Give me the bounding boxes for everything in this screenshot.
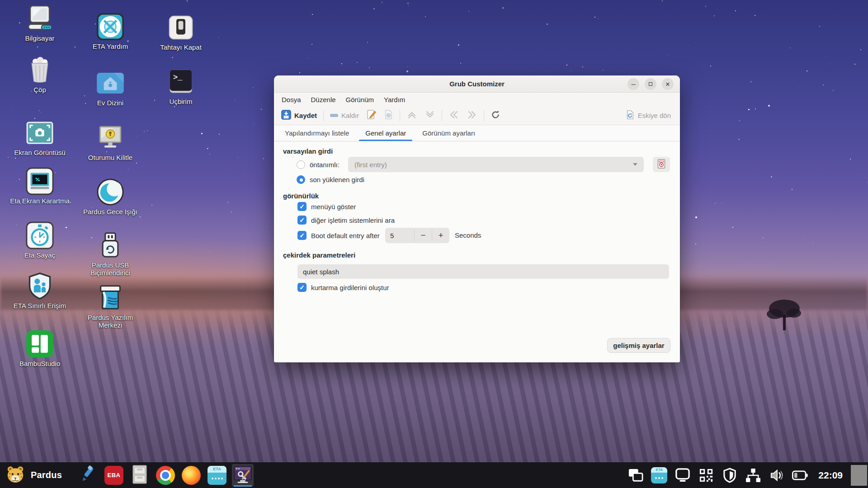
other-os-row: ✓ diğer işletim sistemlerini ara — [297, 215, 395, 225]
boot-default-label: Boot default entry after — [311, 232, 380, 239]
taskbar-app-pen[interactable] — [77, 464, 99, 487]
parental-shield-icon — [26, 272, 54, 300]
tab-general-settings[interactable]: Genel ayarlar — [357, 126, 414, 141]
move-right-button[interactable] — [463, 107, 481, 124]
menu-help[interactable]: Yardım — [379, 94, 410, 105]
pardus-menu-label: Pardus — [31, 470, 62, 480]
show-desktop-button[interactable] — [851, 465, 867, 486]
save-button[interactable]: Kaydet — [278, 108, 321, 124]
tray-volume-icon[interactable] — [767, 464, 787, 487]
other-os-checkbox[interactable]: ✓ — [297, 216, 307, 225]
menu-view[interactable]: Görünüm — [341, 94, 379, 105]
advanced-settings-button[interactable]: gelişmiş ayarlar — [607, 338, 670, 353]
desktop-icon-eta-yardim[interactable]: ETA Yardım — [76, 13, 144, 51]
toolbar-separator — [400, 110, 400, 121]
menu-edit[interactable]: Düzenle — [306, 94, 341, 105]
timeout-increment-button[interactable]: + — [432, 228, 449, 243]
taskbar-app-eba[interactable]: EBA — [103, 464, 125, 487]
move-left-button[interactable] — [445, 107, 463, 124]
menu-file[interactable]: Dosya — [277, 94, 306, 105]
desktop-icon-cop[interactable]: Çöp — [6, 56, 74, 94]
desktop-icon-tahtayi-kapat[interactable]: Tahtayı Kapat — [147, 14, 215, 52]
tray-windows-icon[interactable] — [626, 464, 646, 487]
general-settings-panel: varsayılan girdi öntanımlı: (first entry… — [274, 142, 680, 362]
desktop-icon-oturumu-kilitle[interactable]: Oturumu Kilitle — [76, 124, 144, 162]
tray-shield-icon[interactable] — [720, 464, 740, 487]
reload-button[interactable] — [487, 108, 504, 124]
last-booted-radio[interactable] — [297, 175, 305, 184]
system-tray: ETA — [626, 464, 868, 487]
software-center-icon — [96, 284, 124, 312]
pardus-menu-button[interactable]: Pardus — [5, 463, 66, 488]
desktop-icon-label: Ev Dizini — [97, 99, 123, 107]
edit-pencil-icon — [366, 109, 377, 122]
tray-display-icon[interactable] — [673, 464, 693, 487]
boot-default-checkbox[interactable]: ✓ — [297, 231, 307, 240]
desktop-icon-ev-dizini[interactable]: Ev Dizini — [76, 69, 144, 107]
remove-label: Kaldır — [341, 112, 359, 119]
taskbar-app-grub-customizer[interactable] — [232, 464, 254, 487]
desktop-icon-label: Eta Ekran Karartma — [10, 197, 70, 205]
tab-bar: Yapılandırmayı listele Genel ayarlar Gör… — [274, 125, 680, 141]
timeout-value[interactable]: 5 — [385, 228, 414, 243]
minimize-button[interactable]: ─ — [627, 78, 639, 90]
desktop-icon-bambustudio[interactable]: BambuStudio — [6, 330, 74, 368]
tray-qr-icon[interactable] — [696, 464, 716, 487]
tray-clock[interactable]: 22:09 — [814, 470, 847, 481]
taskbar-app-eta[interactable]: ETA — [206, 464, 228, 487]
pardus-logo-icon — [5, 465, 25, 486]
bambustudio-icon — [26, 330, 54, 358]
maximize-button[interactable] — [645, 78, 656, 90]
tab-list-configuration[interactable]: Yapılandırmayı listele — [277, 126, 357, 141]
new-entry-button[interactable] — [380, 107, 397, 124]
desktop: Bilgisayar Çöp Ekran Görüntüsü Eta Ekran… — [0, 0, 868, 488]
remove-button[interactable]: Kaldır — [326, 109, 363, 122]
desktop-icon-ucbirim[interactable]: >_ Uçbirim — [147, 68, 215, 106]
remove-icon — [330, 114, 338, 117]
desktop-icon-label: Pardus Yazılım Merkezi — [80, 314, 140, 329]
rename-button[interactable] — [363, 107, 380, 124]
lock-session-icon — [96, 124, 124, 152]
other-os-label: diğer işletim sistemlerini ara — [311, 216, 395, 224]
titlebar[interactable]: Grub Customizer ─ ✕ — [274, 75, 680, 93]
close-button[interactable]: ✕ — [662, 78, 674, 90]
desktop-icon-eta-ekran-karartma[interactable]: Eta Ekran Karartma — [6, 167, 74, 205]
board-switch-icon — [167, 14, 195, 42]
kernel-params-input[interactable] — [297, 264, 669, 279]
timeout-decrement-button[interactable]: − — [415, 228, 432, 243]
desktop-icon-eta-sayac[interactable]: Eta Sayaç — [6, 221, 74, 259]
revert-label: Eskiye dön — [638, 112, 671, 119]
desktop-icon-label: ETA Yardım — [93, 43, 128, 51]
desktop-icon-label: Uçbirim — [170, 98, 193, 106]
desktop-icon-label: Tahtayı Kapat — [160, 44, 202, 52]
tab-appearance-settings[interactable]: Görünüm ayarları — [414, 126, 483, 141]
taskbar-app-chrome[interactable] — [155, 464, 176, 487]
default-entry-heading: varsayılan girdi — [283, 147, 333, 155]
desktop-icon-pardus-usb[interactable]: Pardus USB Biçimlendirici — [76, 231, 144, 277]
recovery-label: kurtarma girdilerini oluştur — [311, 284, 389, 291]
double-chevron-left-icon — [448, 109, 459, 122]
stopwatch-icon — [26, 221, 54, 249]
desktop-icon-eta-sinirli-erisim[interactable]: ETA Sınırlı Erişim — [6, 272, 74, 310]
screen-dim-icon — [26, 167, 54, 195]
seconds-label: Seconds — [455, 231, 481, 239]
desktop-icon-bilgisayar[interactable]: Bilgisayar — [6, 5, 74, 42]
move-up-button[interactable] — [403, 107, 421, 124]
desktop-icon-pardus-gece-isigi[interactable]: Pardus Gece Işığı — [76, 178, 144, 216]
revert-button[interactable]: Eskiye dön — [622, 108, 675, 124]
taskbar-app-file-manager[interactable] — [129, 464, 151, 487]
recovery-checkbox[interactable]: ✓ — [297, 283, 307, 292]
tray-eta-icon[interactable]: ETA — [649, 464, 669, 487]
entry-picker-button[interactable] — [653, 157, 670, 172]
boot-default-row: ✓ Boot default entry after — [297, 230, 380, 240]
show-menu-checkbox[interactable]: ✓ — [297, 202, 307, 211]
desktop-icon-label: Bilgisayar — [25, 35, 54, 42]
desktop-icon-ekran-goruntusu[interactable]: Ekran Görüntüsü — [6, 119, 74, 157]
tray-network-icon[interactable] — [743, 464, 763, 487]
tray-battery-icon[interactable] — [790, 464, 810, 487]
move-down-button[interactable] — [421, 107, 439, 124]
desktop-icon-pardus-yazilim-merkezi[interactable]: Pardus Yazılım Merkezi — [76, 284, 144, 329]
taskbar-app-firefox[interactable] — [180, 464, 202, 487]
predefined-radio[interactable] — [297, 160, 305, 169]
default-entry-dropdown[interactable]: (first entry) — [348, 157, 644, 172]
